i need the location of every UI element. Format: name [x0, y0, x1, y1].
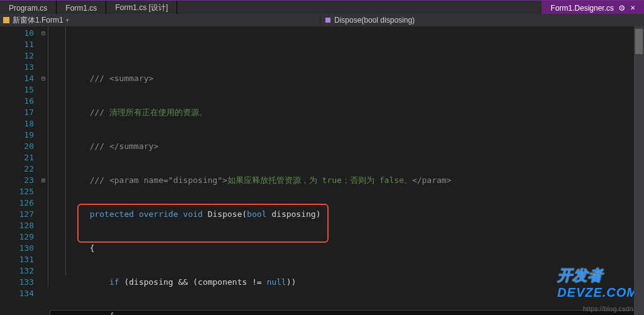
nav-bar: 新窗体1.Form1 ▾ Dispose(bool disposing) — [0, 14, 644, 26]
tab-label: Form1.cs [设计] — [115, 3, 168, 13]
vertical-scrollbar[interactable] — [634, 26, 644, 315]
fold-toggle[interactable]: ⊞ — [39, 175, 48, 186]
tab-form1-designer-active[interactable]: Form1.Designer.cs ⮿ ✕ — [542, 1, 644, 14]
footer-url: https://blog.csdn.n — [583, 305, 639, 312]
svg-rect-1 — [325, 18, 330, 23]
tab-label: Program.cs — [9, 4, 47, 13]
line-gutter: 1011121314151617181920212223125126127128… — [0, 26, 39, 315]
nav-member-dropdown[interactable]: Dispose(bool disposing) — [320, 16, 641, 25]
scrollbar-thumb[interactable] — [635, 29, 643, 54]
fold-toggle[interactable]: ⊟ — [39, 28, 48, 39]
pin-icon[interactable]: ⮿ — [619, 4, 625, 11]
tab-program[interactable]: Program.cs — [0, 1, 57, 14]
close-icon[interactable]: ✕ — [630, 4, 635, 11]
code-editor[interactable]: 1011121314151617181920212223125126127128… — [0, 26, 644, 315]
tab-form1-design[interactable]: Form1.cs [设计] — [106, 1, 177, 14]
nav-class-dropdown[interactable]: 新窗体1.Form1 ▾ — [3, 15, 320, 26]
tab-form1[interactable]: Form1.cs — [57, 1, 106, 14]
method-icon — [324, 16, 332, 24]
nav-member-label: Dispose(bool disposing) — [334, 16, 415, 25]
tab-label: Form1.cs — [65, 4, 97, 13]
file-tabs: Program.cs Form1.cs Form1.cs [设计] Form1.… — [0, 0, 644, 14]
code-area[interactable]: /// <summary> /// 清理所有正在使用的资源。 /// </sum… — [48, 26, 644, 315]
fold-gutter: ⊟⊟⊞ — [39, 26, 48, 315]
chevron-down-icon: ▾ — [66, 17, 69, 23]
tab-label: Form1.Designer.cs — [550, 4, 614, 13]
fold-toggle[interactable]: ⊟ — [39, 73, 48, 84]
class-icon — [3, 16, 10, 24]
svg-rect-0 — [3, 17, 9, 23]
nav-class-label: 新窗体1.Form1 — [13, 15, 63, 26]
